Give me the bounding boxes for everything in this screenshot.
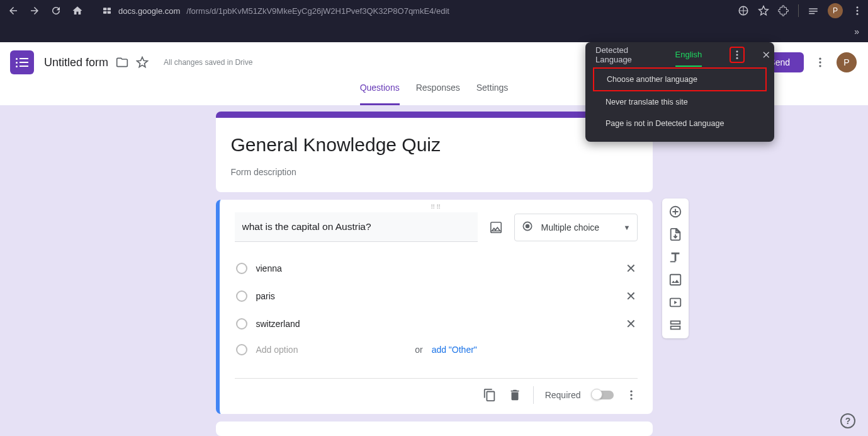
svg-point-15	[525, 224, 529, 229]
back-icon[interactable]	[8, 5, 19, 16]
translate-menu-not-in-lang[interactable]: Page is not in Detected Language	[593, 113, 767, 134]
translate-tab-english[interactable]: English	[675, 43, 702, 67]
svg-rect-20	[670, 275, 681, 285]
translate-menu-choose-language[interactable]: Choose another language	[593, 67, 767, 91]
home-icon[interactable]	[72, 5, 83, 16]
site-info-icon[interactable]	[102, 6, 112, 16]
divider	[533, 386, 534, 404]
folder-icon[interactable]	[116, 56, 128, 69]
delete-icon[interactable]	[508, 388, 522, 402]
form-description[interactable]: Form description	[231, 167, 638, 177]
svg-point-10	[736, 57, 738, 59]
browser-toolbar: docs.google.com/forms/d/1pbKvM51ZkV9MkeE…	[0, 0, 868, 21]
translate-options-button[interactable]	[730, 47, 745, 63]
url-path: /forms/d/1pbKvM51ZkV9MkeEyCg26jW2H1Pvef3…	[186, 6, 449, 16]
svg-rect-1	[108, 8, 111, 10]
add-title-icon[interactable]	[668, 250, 682, 264]
add-question-icon[interactable]	[668, 205, 682, 219]
star-icon[interactable]	[136, 56, 149, 69]
or-text: or	[415, 345, 422, 355]
duplicate-icon[interactable]	[483, 388, 497, 402]
remove-option-icon[interactable]: ✕	[626, 289, 636, 304]
option-text[interactable]: paris	[256, 291, 617, 301]
tab-responses[interactable]: Responses	[416, 83, 460, 105]
radio-circle-icon	[236, 318, 247, 330]
svg-rect-23	[671, 326, 680, 330]
chevron-right-icon[interactable]: »	[854, 26, 859, 37]
svg-rect-22	[671, 321, 680, 324]
svg-rect-3	[108, 11, 111, 14]
option-row: paris ✕	[235, 282, 638, 310]
image-icon[interactable]	[489, 221, 503, 234]
add-other-link[interactable]: add "Other"	[432, 345, 477, 355]
required-toggle[interactable]	[592, 391, 614, 399]
form-canvas: General Knowledge Quiz Form description …	[0, 105, 868, 436]
save-status: All changes saved in Drive	[164, 58, 252, 67]
question-type-select[interactable]: Multiple choice ▼	[514, 214, 638, 241]
reload-icon[interactable]	[50, 5, 62, 16]
drag-handle-icon[interactable]: ⠿⠿	[431, 204, 442, 210]
option-row: vienna ✕	[235, 255, 638, 282]
form-name-input[interactable]: Untitled form	[44, 56, 108, 69]
svg-point-17	[630, 394, 632, 396]
question-card[interactable]: ⠿⠿ Multiple choice ▼ vienna ✕ paris ✕ sw…	[216, 200, 653, 414]
add-section-icon[interactable]	[668, 318, 682, 332]
option-text[interactable]: vienna	[256, 263, 617, 273]
svg-rect-0	[103, 8, 106, 10]
next-question-card[interactable]	[216, 422, 653, 436]
add-image-icon[interactable]	[668, 273, 682, 287]
remove-option-icon[interactable]: ✕	[626, 316, 636, 331]
chevron-down-icon: ▼	[624, 224, 631, 231]
bookmark-star-icon[interactable]	[758, 5, 769, 16]
svg-point-8	[736, 50, 738, 52]
question-footer: Required	[235, 378, 638, 404]
translate-icon[interactable]	[738, 5, 749, 16]
svg-rect-2	[103, 11, 106, 14]
svg-point-5	[857, 6, 859, 8]
tab-settings[interactable]: Settings	[476, 83, 509, 105]
translate-tab-detected[interactable]: Detected Language	[595, 39, 662, 71]
close-icon[interactable]	[761, 49, 772, 60]
svg-point-13	[819, 65, 821, 67]
forward-icon[interactable]	[29, 5, 40, 16]
svg-point-6	[857, 10, 859, 12]
add-video-icon[interactable]	[668, 295, 682, 309]
url-host: docs.google.com	[118, 6, 180, 16]
browser-menu-icon[interactable]	[852, 5, 863, 16]
tab-questions[interactable]: Questions	[360, 83, 400, 105]
radio-circle-icon	[236, 263, 247, 274]
address-bar[interactable]: docs.google.com/forms/d/1pbKvM51ZkV9MkeE…	[98, 6, 453, 16]
radio-circle-icon	[236, 344, 247, 355]
form-title[interactable]: General Knowledge Quiz	[231, 134, 638, 156]
translate-menu-never[interactable]: Never translate this site	[593, 91, 767, 113]
svg-point-12	[819, 61, 821, 63]
option-row: switzerland ✕	[235, 310, 638, 338]
option-text[interactable]: switzerland	[256, 319, 617, 329]
question-more-icon[interactable]	[625, 389, 638, 401]
media-control-icon[interactable]	[808, 5, 819, 16]
add-option-label[interactable]: Add option	[256, 345, 407, 355]
svg-point-18	[630, 398, 632, 399]
svg-point-11	[819, 58, 821, 60]
help-button[interactable]: ?	[840, 413, 855, 428]
add-option-row: Add option or add "Other"	[235, 338, 638, 362]
browser-bookmarks-bar: » Detected Language English Choose anoth…	[0, 21, 868, 42]
extensions-icon[interactable]	[778, 5, 789, 16]
remove-option-icon[interactable]: ✕	[626, 261, 636, 276]
side-toolbar	[662, 198, 689, 338]
browser-profile-avatar[interactable]: P	[828, 3, 843, 18]
question-type-label: Multiple choice	[541, 222, 600, 232]
more-menu-icon[interactable]	[814, 56, 826, 69]
svg-point-16	[630, 391, 632, 393]
radio-button-icon	[521, 220, 534, 234]
app-profile-avatar[interactable]: P	[837, 52, 857, 72]
svg-point-7	[857, 13, 859, 15]
question-text-input[interactable]	[235, 212, 478, 242]
forms-logo-icon[interactable]	[10, 50, 34, 74]
required-label: Required	[545, 390, 581, 400]
radio-circle-icon	[236, 290, 247, 302]
svg-point-9	[736, 54, 738, 56]
import-questions-icon[interactable]	[668, 227, 682, 241]
translate-popup: Detected Language English Choose another…	[585, 42, 774, 142]
